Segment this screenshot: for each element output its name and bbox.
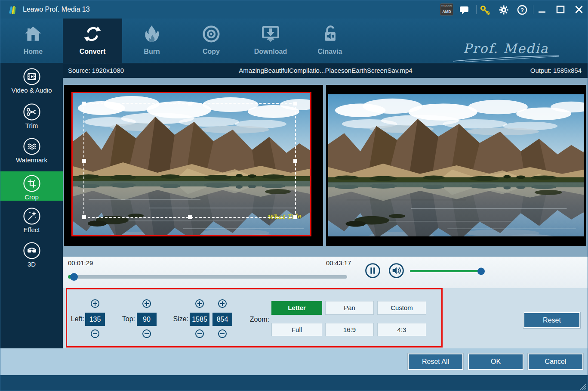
sidebar-item-label: Trim (0, 122, 63, 129)
sidebar: Video & Audio Trim Watermark (0, 63, 63, 348)
preview-before-pane: What Tale (64, 85, 323, 246)
leawo-logo-icon (7, 4, 18, 15)
volume-fill (410, 270, 481, 272)
sidebar-item-label: Effect (0, 226, 63, 233)
crop-handle-se[interactable] (293, 215, 297, 219)
size-width-decrease-icon[interactable] (195, 329, 204, 338)
crop-handle-sw[interactable] (82, 215, 86, 219)
tab-label: Home (24, 48, 43, 56)
close-icon[interactable] (574, 5, 584, 14)
size-width-field[interactable]: 1585 (190, 313, 209, 326)
maximize-icon[interactable] (556, 5, 565, 14)
crop-handle-nw[interactable] (82, 102, 86, 106)
crop-selection-box[interactable] (83, 103, 296, 218)
amd-badge-line1: RADEON (440, 4, 453, 8)
minimize-icon[interactable] (537, 5, 547, 14)
top-increase-icon[interactable] (142, 299, 151, 308)
sidebar-item-label: Video & Audio (0, 87, 63, 94)
reset-button[interactable]: Reset (523, 312, 580, 328)
preview-after-pane (326, 85, 586, 246)
app-title: Leawo Prof. Media 13 (23, 0, 90, 19)
effect-icon (22, 207, 41, 226)
zoom-option-letter[interactable]: Letter (271, 301, 322, 315)
size-height-increase-icon[interactable] (218, 299, 227, 308)
volume-button[interactable] (388, 263, 404, 279)
video-frame-image (328, 94, 584, 236)
zoom-option-4-3[interactable]: 4:3 (377, 323, 426, 336)
size-height-decrease-icon[interactable] (218, 329, 227, 338)
crop-handle-w[interactable] (82, 159, 86, 163)
crop-handle-n[interactable] (188, 102, 192, 106)
progress-fill (68, 275, 74, 279)
sidebar-item-video-audio[interactable]: Video & Audio (0, 67, 63, 96)
top-label: Top: (118, 315, 135, 323)
reset-all-button[interactable]: Reset All (408, 354, 463, 370)
video-audio-icon (22, 67, 41, 86)
preview-after-video (328, 94, 584, 236)
cancel-button[interactable]: Cancel (528, 354, 583, 370)
left-increase-icon[interactable] (90, 299, 100, 308)
app-window: Leawo Prof. Media 13 RADEON AMD (0, 0, 588, 391)
zoom-option-full[interactable]: Full (271, 323, 322, 336)
home-icon (23, 24, 43, 44)
crop-handle-ne[interactable] (293, 102, 297, 106)
amd-badge-line2: AMD (440, 8, 453, 15)
top-value-field[interactable]: 90 (137, 313, 157, 326)
brand-swoosh (452, 55, 560, 62)
tab-cinavia[interactable]: Cinavia (300, 19, 360, 63)
left-decrease-icon[interactable] (90, 329, 100, 338)
bottom-button-strip: Reset All OK Cancel (0, 348, 588, 375)
message-icon[interactable] (459, 5, 469, 15)
nav-tabs: Home Convert Burn (3, 19, 360, 63)
titlebar[interactable]: Leawo Prof. Media 13 RADEON AMD (0, 0, 588, 19)
resize-grip[interactable] (579, 383, 586, 390)
progress-bar[interactable] (68, 275, 347, 279)
pause-button[interactable] (365, 263, 381, 279)
download-icon (261, 24, 280, 44)
end-time: 00:43:17 (326, 259, 351, 267)
titlebar-separator (533, 5, 533, 14)
zoom-option-16-9[interactable]: 16:9 (325, 323, 374, 336)
burn-icon (142, 24, 162, 44)
volume-handle[interactable] (477, 267, 485, 275)
info-bar: Source: 1920x1080 AmazingBeautifulCompil… (63, 64, 588, 78)
top-decrease-icon[interactable] (142, 329, 151, 338)
tab-label: Convert (80, 48, 105, 56)
size-height-field[interactable]: 854 (212, 313, 232, 326)
crop-handle-s[interactable] (188, 215, 192, 219)
tab-copy[interactable]: Copy (182, 19, 241, 63)
crop-handle-e[interactable] (293, 159, 297, 163)
tab-label: Download (254, 48, 287, 56)
amd-radeon-badge: RADEON AMD (440, 3, 453, 16)
size-label: Size: (169, 315, 188, 323)
copy-icon (201, 24, 221, 44)
sidebar-item-effect[interactable]: Effect (0, 207, 63, 236)
sidebar-item-label: 3D (0, 261, 63, 268)
sidebar-item-3d[interactable]: 3D (0, 241, 63, 270)
ok-button[interactable]: OK (468, 354, 523, 370)
cinavia-icon (320, 24, 340, 44)
main-nav: Home Convert Burn (0, 19, 588, 63)
left-value-field[interactable]: 135 (85, 313, 105, 326)
sidebar-item-watermark[interactable]: Watermark (0, 137, 63, 166)
sidebar-item-crop[interactable]: Crop (0, 171, 63, 201)
gear-icon[interactable] (499, 5, 509, 15)
titlebar-separator (476, 5, 477, 14)
crop-controls-area: Left: 135 Top: 90 (63, 288, 588, 348)
tab-burn[interactable]: Burn (122, 19, 182, 63)
crop-icon (22, 174, 41, 193)
zoom-option-custom[interactable]: Custom (377, 301, 426, 315)
sidebar-item-trim[interactable]: Trim (0, 102, 63, 132)
tab-download[interactable]: Download (241, 19, 300, 63)
lower-area: 00:01:29 00:43:17 (63, 257, 588, 348)
size-width-increase-icon[interactable] (195, 299, 204, 308)
volume-slider[interactable] (410, 270, 481, 272)
progress-handle[interactable] (70, 273, 78, 281)
zoom-option-pan[interactable]: Pan (325, 301, 374, 315)
crop-settings-panel: Left: 135 Top: 90 (66, 288, 443, 348)
tab-home[interactable]: Home (3, 19, 63, 63)
footer-bar (0, 375, 588, 391)
help-icon[interactable]: ? (517, 5, 527, 15)
key-icon[interactable] (480, 4, 491, 16)
tab-convert[interactable]: Convert (63, 19, 122, 63)
